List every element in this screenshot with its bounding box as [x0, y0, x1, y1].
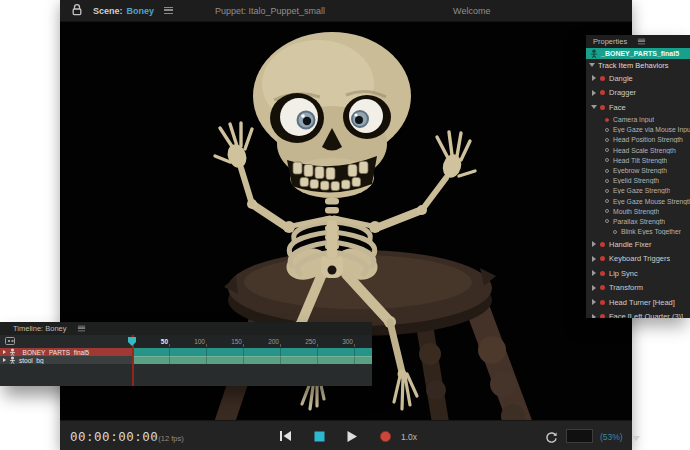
- disclosure-triangle-icon[interactable]: [592, 241, 596, 247]
- behavior-arm-dot-icon[interactable]: [605, 169, 609, 173]
- behavior-arm-dot-icon[interactable]: [600, 105, 605, 110]
- behavior-arm-dot-icon[interactable]: [605, 189, 609, 193]
- disclosure-triangle-icon[interactable]: [592, 270, 596, 276]
- scene-panel-menu-icon[interactable]: [164, 7, 173, 14]
- behavior-arm-dot-icon[interactable]: [605, 209, 609, 213]
- refresh-icon[interactable]: [542, 429, 560, 445]
- record-button[interactable]: [376, 428, 394, 444]
- track-item-behaviors-header[interactable]: Track Item Behaviors: [586, 59, 690, 71]
- behavior-arm-dot-icon[interactable]: [605, 118, 609, 122]
- behavior-arm-dot-icon[interactable]: [600, 76, 605, 81]
- timeline-track-row[interactable]: stool_bg: [0, 356, 372, 364]
- behavior-row[interactable]: Eyebrow Strength: [586, 165, 690, 175]
- behavior-row[interactable]: Face [Left Quarter (3)]: [586, 309, 690, 318]
- disclosure-triangle-icon[interactable]: [592, 256, 596, 262]
- behavior-arm-dot-icon[interactable]: [605, 158, 609, 162]
- behavior-arm-dot-icon[interactable]: [600, 285, 605, 290]
- disclosure-triangle-icon[interactable]: [592, 90, 596, 96]
- behavior-label: Parallax Strength: [613, 218, 665, 225]
- zoom-dropdown-caret-icon[interactable]: [632, 436, 640, 441]
- behavior-row[interactable]: Blink Eyes Together: [586, 227, 690, 237]
- timeline-tool-icon[interactable]: [5, 337, 15, 345]
- disclosure-triangle-icon[interactable]: [3, 358, 6, 362]
- track-header[interactable]: stool_bg: [0, 356, 133, 364]
- playback-speed[interactable]: 1.0x: [401, 432, 417, 442]
- ruler-label: 200: [244, 335, 281, 348]
- behavior-arm-dot-icon[interactable]: [600, 90, 605, 95]
- behavior-arm-dot-icon[interactable]: [600, 256, 605, 261]
- disclosure-triangle-icon[interactable]: [591, 105, 597, 109]
- timeline-tab-label: Timeline: Boney: [13, 324, 67, 333]
- disclosure-triangle-icon[interactable]: [592, 299, 596, 305]
- behavior-row[interactable]: Eyelid Strength: [586, 176, 690, 186]
- behavior-arm-dot-icon[interactable]: [605, 138, 609, 142]
- ruler-label: 250: [281, 335, 318, 348]
- timeline-panel: Timeline: Boney 50100150200250300 _BONEY…: [0, 322, 372, 386]
- disclosure-triangle-icon[interactable]: [3, 350, 6, 354]
- timeline-empty-area[interactable]: [0, 364, 372, 386]
- behavior-arm-dot-icon[interactable]: [600, 242, 605, 247]
- timeline-tracks: _BONEY_PARTS_final5 stool_bg: [0, 348, 372, 364]
- behavior-row[interactable]: Head Tilt Strength: [586, 155, 690, 165]
- behavior-row[interactable]: Dragger: [586, 86, 690, 101]
- behavior-arm-dot-icon[interactable]: [600, 300, 605, 305]
- lock-icon[interactable]: [71, 2, 83, 20]
- behavior-label: Eye Gaze Mouse Strength: [613, 198, 690, 205]
- properties-panel-menu-icon[interactable]: [638, 39, 645, 45]
- play-button[interactable]: [343, 428, 361, 444]
- stop-button[interactable]: [310, 428, 328, 444]
- behavior-row[interactable]: Camera Input: [586, 115, 690, 125]
- tab-puppet[interactable]: Puppet: Italo_Puppet_small: [215, 6, 325, 16]
- selected-item-label: _BONEY_PARTS_final5: [601, 50, 679, 57]
- track-name: _BONEY_PARTS_final5: [19, 349, 89, 356]
- behavior-row[interactable]: Head Turner [Head]: [586, 295, 690, 310]
- track-take-bar[interactable]: [133, 348, 372, 356]
- behavior-arm-dot-icon[interactable]: [600, 314, 605, 318]
- behavior-arm-dot-icon[interactable]: [605, 199, 609, 203]
- viewport-zoom-level[interactable]: (53%): [600, 432, 623, 442]
- behavior-arm-dot-icon[interactable]: [605, 128, 609, 132]
- disclosure-triangle-icon[interactable]: [592, 285, 596, 291]
- transport-bar: 00:00:00:00 0 (12 fps) 1.0x (53%): [60, 420, 632, 450]
- timeline-track-row[interactable]: _BONEY_PARTS_final5: [0, 348, 372, 356]
- timeline-panel-menu-icon[interactable]: [77, 326, 84, 332]
- behavior-row[interactable]: Lip Sync: [586, 266, 690, 281]
- behavior-label: Blink Eyes Together: [621, 228, 681, 235]
- timecode-display: 00:00:00:00: [70, 429, 158, 444]
- timeline-tab[interactable]: Timeline: Boney: [0, 322, 372, 335]
- properties-tab[interactable]: Properties: [586, 35, 690, 48]
- disclosure-triangle-icon[interactable]: [589, 63, 595, 67]
- behavior-row[interactable]: Parallax Strength: [586, 216, 690, 226]
- skip-to-start-button[interactable]: [276, 428, 294, 444]
- behavior-arm-dot-icon[interactable]: [605, 148, 609, 152]
- properties-panel: Properties _BONEY_PARTS_final5 Track Ite…: [586, 35, 690, 318]
- behavior-row[interactable]: Face: [586, 100, 690, 115]
- behavior-row[interactable]: Dangle: [586, 71, 690, 86]
- scene-tab-name[interactable]: Boney: [127, 6, 155, 16]
- behavior-arm-dot-icon[interactable]: [600, 271, 605, 276]
- selected-track-item[interactable]: _BONEY_PARTS_final5: [586, 48, 690, 59]
- behavior-row[interactable]: Head Position Strength: [586, 135, 690, 145]
- track-name: stool_bg: [19, 357, 44, 364]
- behavior-row[interactable]: Eye Gaze Strength: [586, 186, 690, 196]
- behavior-row[interactable]: Eye Gaze via Mouse Input: [586, 125, 690, 135]
- track-header[interactable]: _BONEY_PARTS_final5: [0, 348, 133, 356]
- behavior-arm-dot-icon[interactable]: [605, 219, 609, 223]
- behavior-row[interactable]: Transform: [586, 280, 690, 295]
- tab-welcome[interactable]: Welcome: [453, 6, 490, 16]
- frame-info: 0 (12 fps): [152, 434, 184, 443]
- puppet-icon: [9, 356, 16, 364]
- behavior-arm-dot-icon[interactable]: [613, 230, 617, 234]
- behavior-row[interactable]: Handle Fixer: [586, 237, 690, 252]
- disclosure-triangle-icon[interactable]: [592, 314, 596, 319]
- behavior-row[interactable]: Eye Gaze Mouse Strength: [586, 196, 690, 206]
- scene-tab-label[interactable]: Scene:: [93, 6, 123, 16]
- behavior-row[interactable]: Keyboard Triggers: [586, 251, 690, 266]
- behavior-row[interactable]: Head Scale Strength: [586, 145, 690, 155]
- timeline-ruler[interactable]: 50100150200250300: [133, 335, 372, 348]
- disclosure-triangle-icon[interactable]: [592, 75, 596, 81]
- background-color-swatch[interactable]: [566, 429, 593, 443]
- behavior-arm-dot-icon[interactable]: [605, 179, 609, 183]
- behavior-row[interactable]: Mouth Strength: [586, 206, 690, 216]
- track-take-bar[interactable]: [133, 356, 372, 364]
